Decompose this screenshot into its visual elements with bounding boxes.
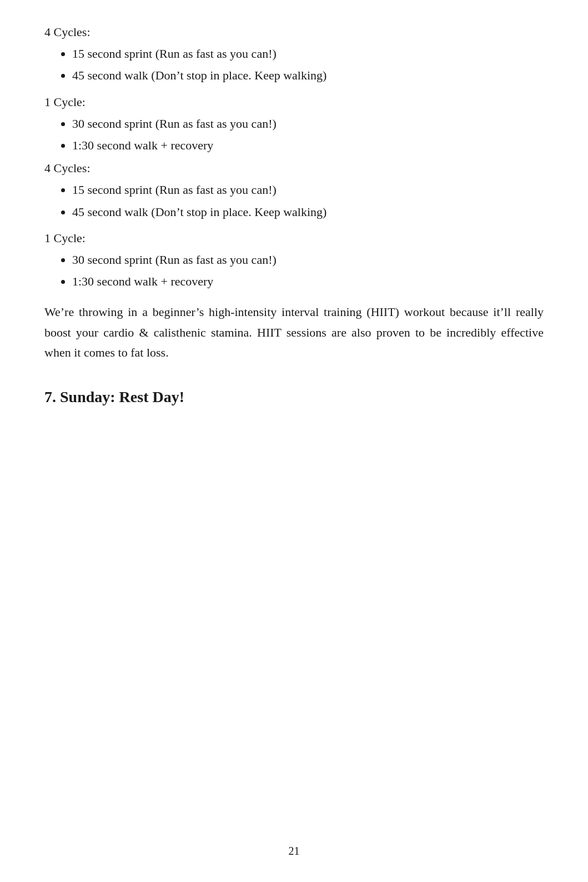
cycle-1-list: 30 second sprint (Run as fast as you can…	[44, 114, 544, 155]
list-item: 15 second sprint (Run as fast as you can…	[72, 44, 544, 63]
cycles-4-list: 15 second sprint (Run as fast as you can…	[44, 44, 544, 85]
cycles-4-heading: 4 Cycles:	[44, 22, 544, 42]
list-item: 15 second sprint (Run as fast as you can…	[72, 180, 544, 199]
list-item: 45 second walk (Don’t stop in place. Kee…	[72, 66, 544, 85]
page-number: 21	[289, 842, 300, 860]
cycles-4b-list: 15 second sprint (Run as fast as you can…	[44, 180, 544, 221]
list-item: 45 second walk (Don’t stop in place. Kee…	[72, 202, 544, 222]
cycle-1-heading: 1 Cycle:	[44, 92, 544, 112]
cycles-4b-heading: 4 Cycles:	[44, 158, 544, 178]
sunday-rest-day-title: 7. Sunday: Rest Day!	[44, 385, 544, 410]
cycle-1b-heading: 1 Cycle:	[44, 228, 544, 248]
list-item: 30 second sprint (Run as fast as you can…	[72, 250, 544, 269]
cycle-1b-list: 30 second sprint (Run as fast as you can…	[44, 250, 544, 291]
page-content: 4 Cycles: 15 second sprint (Run as fast …	[0, 0, 588, 465]
hiit-description: We’re throwing in a beginner’s high-inte…	[44, 302, 544, 363]
list-item: 30 second sprint (Run as fast as you can…	[72, 114, 544, 133]
list-item: 1:30 second walk + recovery	[72, 272, 544, 291]
list-item: 1:30 second walk + recovery	[72, 136, 544, 155]
